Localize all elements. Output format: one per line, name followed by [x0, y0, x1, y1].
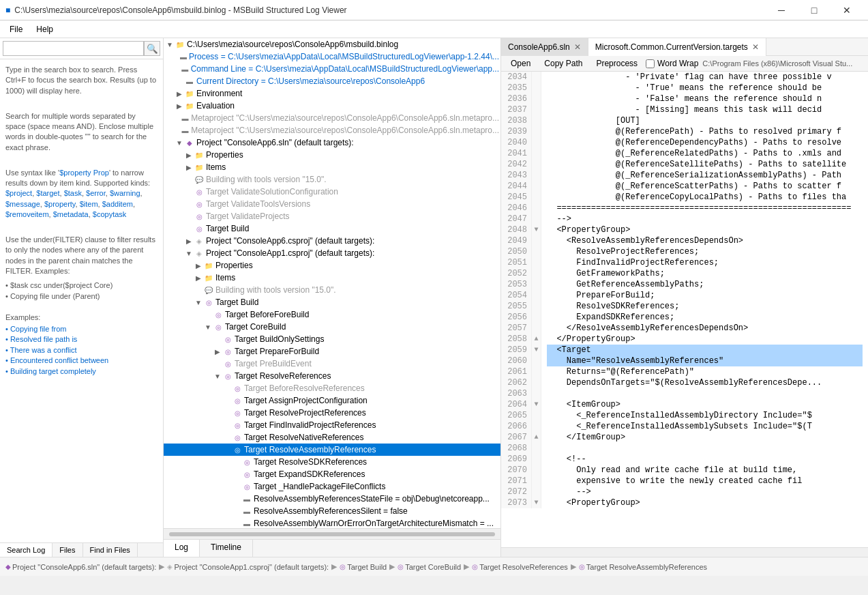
open-button[interactable]: Open [505, 57, 536, 70]
editor-tab-targets-close[interactable]: ✕ [752, 42, 759, 52]
tab-log[interactable]: Log [164, 540, 200, 557]
tree-item[interactable]: ▼◎Target Build [164, 296, 500, 308]
tree-item[interactable]: ◎Target BuildOnlySettings [164, 333, 500, 345]
tree-item[interactable]: ◎Target ValidateProjects [164, 210, 500, 222]
tree-item[interactable]: ◎Target AssignProjectConfiguration [164, 394, 500, 407]
search-button[interactable]: 🔍 [144, 41, 160, 56]
tree-item[interactable]: ◎Target ValidateSolutionConfiguration [164, 186, 500, 198]
tree-item[interactable]: ◎Target BeforeForeBuild [164, 308, 500, 321]
tree-item[interactable]: ▶📁Items [164, 272, 500, 284]
example2[interactable]: • Resolved file path is [5, 334, 158, 345]
tree-item[interactable]: ◎Target _HandlePackageFileConflicts [164, 480, 500, 493]
example5[interactable]: • Building target completely [5, 366, 158, 377]
tree-item[interactable]: ▬Metaproject "C:\Users\mezia\source\repo… [164, 124, 500, 136]
tree-item[interactable]: ▼◎Target CoreBuild [164, 321, 500, 333]
tree-item[interactable]: ◎Target ResolveNativeReferences [164, 431, 500, 444]
tree-item[interactable]: ▬Process = C:\Users\mezia\AppData\Local\… [164, 50, 500, 63]
tab-timeline[interactable]: Timeline [200, 540, 253, 557]
word-wrap-checkbox[interactable] [646, 59, 655, 68]
tree-item[interactable]: ◎Target ExpandSDKReferences [164, 468, 500, 480]
tree-item[interactable]: ◎Target ResolveAssemblyReferences [164, 444, 500, 456]
tree-item[interactable]: ◎Target FindInvalidProjectReferences [164, 419, 500, 431]
tree-expand-icon[interactable]: ▼ [213, 371, 222, 381]
tree-expand-icon[interactable]: ▶ [194, 273, 203, 282]
example3[interactable]: • There was a conflict [5, 345, 158, 355]
tree-item[interactable]: ▶📁Properties [164, 259, 500, 272]
tree-item[interactable]: ◎Target ValidateToolsVersions [164, 198, 500, 210]
fold-button[interactable]: ▲ [532, 432, 541, 443]
tree-item[interactable]: ▬Command Line = C:\Users\mezia\AppData\L… [164, 63, 500, 75]
tree-item[interactable]: ▶◎Target PrepareForBuild [164, 345, 500, 358]
fold-button [532, 72, 541, 83]
tab-find-in-files[interactable]: Find in Files [83, 543, 138, 557]
copy-path-button[interactable]: Copy Path [539, 57, 588, 70]
tree-expand-icon[interactable]: ▶ [194, 261, 203, 270]
tree-node-label: Target CoreBuild [225, 322, 286, 332]
tree-node-icon: ▬ [184, 76, 195, 87]
tree-expand-icon[interactable]: ▼ [203, 322, 213, 332]
horizontal-scrollbar-editor[interactable] [501, 547, 868, 557]
tree-item[interactable]: ▶📁Properties [164, 149, 500, 161]
close-button[interactable]: ✕ [831, 0, 863, 20]
tree-expand-icon[interactable]: ▶ [213, 347, 222, 356]
tree-view[interactable]: ▼📁C:\Users\mezia\source\repos\ConsoleApp… [164, 38, 500, 528]
tree-expand-icon[interactable]: ▼ [175, 138, 184, 147]
tree-node-icon: ◎ [241, 469, 252, 480]
tree-item[interactable]: ▬ResolveAssemblyWarnOrErrorOnTargetArchi… [164, 517, 500, 528]
tree-item[interactable]: ◎Target BeforeResolveReferences [164, 382, 500, 394]
tree-item[interactable]: ▬ResolveAssemblyReferencesStateFile = ob… [164, 493, 500, 505]
breadcrumb-item: ◎Target ResolveReferences [472, 563, 568, 571]
tree-expand-icon[interactable]: ▶ [175, 89, 184, 98]
fold-button[interactable]: ▼ [532, 345, 541, 355]
tree-expand-icon[interactable]: ▶ [184, 236, 194, 246]
tree-item[interactable]: ◎Target Build [164, 222, 500, 235]
tab-files[interactable]: Files [53, 543, 83, 557]
tree-expand-icon[interactable]: ▼ [165, 40, 175, 49]
tab-search-log[interactable]: Search Log [0, 543, 53, 557]
tree-item[interactable]: ▼◈Project "ConsoleApp1.csproj" (default … [164, 247, 500, 259]
code-editor[interactable]: 2034203520362037203820392040204120422043… [501, 72, 868, 547]
minimize-button[interactable]: ─ [766, 0, 797, 20]
horizontal-scrollbar-center[interactable] [164, 528, 500, 539]
example4[interactable]: • Encountered conflict between [5, 355, 158, 366]
menu-file[interactable]: File [3, 22, 29, 37]
tree-item[interactable]: ▼📁C:\Users\mezia\source\repos\ConsoleApp… [164, 38, 500, 50]
menu-help[interactable]: Help [29, 22, 60, 37]
tree-item[interactable]: ▬Metaproject "C:\Users\mezia\source\repo… [164, 112, 500, 124]
tree-item[interactable]: ▼◎Target ResolveReferences [164, 370, 500, 382]
tree-item[interactable]: ▶◈Project "ConsoleApp6.csproj" (default … [164, 235, 500, 247]
tree-node-label: Project "ConsoleApp6.csproj" (default ta… [206, 236, 374, 246]
fold-button[interactable]: ▲ [532, 334, 541, 345]
tree-item[interactable]: ▬Current Directory = C:\Users\mezia\sour… [164, 75, 500, 87]
fold-button[interactable]: ▼ [532, 224, 541, 235]
editor-tab-sln[interactable]: ConsoleApp6.sln ✕ [501, 38, 588, 56]
example1[interactable]: • Copying file from [5, 324, 158, 334]
tree-item[interactable]: 💬Building with tools version "15.0". [164, 284, 500, 296]
tree-item[interactable]: ▶📁Items [164, 161, 500, 173]
tree-item[interactable]: 💬Building with tools version "15.0". [164, 173, 500, 186]
tree-item[interactable]: ▶📁Evaluation [164, 100, 500, 112]
tree-item[interactable]: ◎Target ResolveSDKReferences [164, 456, 500, 468]
tree-node-icon: ▬ [241, 518, 252, 528]
preprocess-button[interactable]: Preprocess [590, 57, 643, 70]
search-input[interactable] [3, 41, 144, 56]
editor-tab-targets[interactable]: Microsoft.Common.CurrentVersion.targets … [588, 38, 766, 56]
maximize-button[interactable]: □ [798, 0, 830, 20]
tree-expand-icon[interactable]: ▶ [175, 101, 184, 111]
tree-item[interactable]: ◎Target PreBuildEvent [164, 358, 500, 370]
editor-tab-sln-close[interactable]: ✕ [574, 42, 581, 52]
tree-item[interactable]: ▬ResolveAssemblyReferencesSilent = false [164, 505, 500, 517]
tree-expand-icon[interactable]: ▶ [184, 150, 194, 160]
fold-button[interactable]: ▼ [532, 497, 541, 508]
fold-button[interactable]: ▼ [532, 399, 541, 410]
help-bullet2: • Copying file under (Parent) [5, 291, 158, 302]
tree-item[interactable]: ▼◆Project "ConsoleApp6.sln" (default tar… [164, 136, 500, 149]
tree-expand-icon[interactable]: ▼ [194, 298, 203, 307]
tree-item[interactable]: ▶📁Environment [164, 87, 500, 100]
code-line: @(ReferenceSatellitePaths) - Paths to sa… [547, 159, 863, 170]
tree-node-label: Target PreBuildEvent [235, 359, 312, 368]
tree-expand-icon[interactable]: ▶ [184, 162, 194, 172]
code-line: </ItemGroup> [547, 432, 863, 443]
tree-item[interactable]: ◎Target ResolveProjectReferences [164, 407, 500, 419]
tree-expand-icon[interactable]: ▼ [184, 248, 194, 258]
